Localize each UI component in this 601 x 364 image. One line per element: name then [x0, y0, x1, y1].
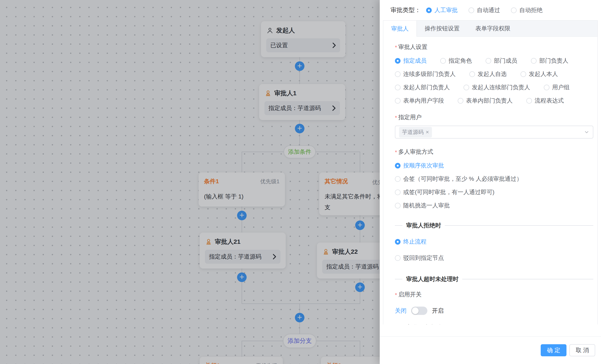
radio-label: 按顺序依次审批 — [403, 162, 444, 170]
radio-label: 或签(可同时审批，有一人通过即可) — [403, 188, 494, 196]
tab-button-settings[interactable]: 操作按钮设置 — [417, 20, 468, 36]
timeout-switch-row: 关闭 开启 — [395, 306, 593, 316]
radio-terminate-process[interactable]: 终止流程 — [395, 238, 427, 246]
radio-circle-icon — [544, 85, 550, 90]
reject-option-return-node: 驳回到指定节点 — [395, 254, 593, 262]
radio-circle-icon — [395, 176, 401, 182]
approval-type-label: 审批类型： — [391, 6, 421, 14]
radio-circle-icon — [526, 98, 532, 104]
multi-approve-option-countersign: 会签（可同时审批，至少 % 人必须审批通过） — [395, 175, 593, 183]
radio-approval-type-auto-pass[interactable]: 自动通过 — [469, 6, 500, 14]
radio-multi-level-dept-leader[interactable]: 连续多级部门负责人 — [395, 70, 456, 78]
field-label: 多人审批方式 — [398, 148, 433, 156]
radio-circle-icon — [511, 8, 517, 13]
divider-line — [445, 225, 593, 226]
radio-label: 发起人本人 — [529, 70, 558, 78]
radio-circle-icon — [531, 58, 537, 64]
radio-label: 部门负责人 — [539, 57, 568, 65]
radio-circle-icon — [395, 190, 401, 195]
radio-label: 流程表达式 — [535, 97, 564, 105]
required-asterisk: * — [395, 291, 397, 299]
assigned-user-label: * 指定用户 — [395, 113, 593, 122]
radio-label: 发起人连续部门负责人 — [472, 83, 530, 91]
timeout-section-title: 审批人超时未处理时 — [406, 275, 459, 283]
radio-starter-dept-leader[interactable]: 发起人部门负责人 — [395, 83, 450, 91]
radio-sequential-approve[interactable]: 按顺序依次审批 — [395, 162, 444, 170]
tab-approver[interactable]: 审批人 — [383, 20, 417, 37]
radio-or-sign[interactable]: 或签(可同时审批，有一人通过即可) — [395, 188, 494, 196]
empty-approver-section-title: 审批人为空时 — [406, 324, 441, 324]
cancel-button[interactable]: 取 消 — [569, 344, 595, 356]
divider-line — [395, 279, 402, 279]
approver-setting-row1: 指定成员 指定角色 部门成员 部门负责人 — [395, 57, 593, 65]
radio-dept-leader[interactable]: 部门负责人 — [531, 57, 568, 65]
switch-on-label: 开启 — [432, 307, 444, 315]
radio-circle-icon — [440, 58, 446, 64]
radio-starter-self[interactable]: 发起人本人 — [521, 70, 558, 78]
radio-label: 终止流程 — [403, 238, 427, 246]
modal-overlay — [0, 0, 380, 364]
confirm-button[interactable]: 确 定 — [541, 344, 566, 356]
radio-label: 用户组 — [552, 83, 570, 91]
approver-setting-row2: 连续多级部门负责人 发起人自选 发起人本人 — [395, 70, 593, 78]
divider-line — [395, 225, 402, 226]
radio-circle-icon — [395, 71, 401, 77]
radio-random-one[interactable]: 随机挑选一人审批 — [395, 202, 450, 210]
radio-circle-icon — [426, 8, 432, 13]
multi-approve-option-orsign: 或签(可同时审批，有一人通过即可) — [395, 188, 593, 196]
radio-form-dept-leader[interactable]: 表单内部门负责人 — [458, 97, 513, 105]
radio-label: 人工审批 — [434, 6, 458, 14]
radio-user-group[interactable]: 用户组 — [544, 83, 570, 91]
assigned-user-select[interactable]: 芋道源码 — [395, 126, 593, 139]
tab-form-field-permission[interactable]: 表单字段权限 — [468, 20, 518, 36]
required-asterisk: * — [395, 43, 397, 51]
radio-label: 随机挑选一人审批 — [403, 202, 450, 210]
radio-circle-icon — [395, 98, 401, 104]
enable-switch-label: * 启用开关 — [395, 290, 593, 299]
empty-approver-section-divider: 审批人为空时 — [395, 323, 593, 324]
radio-assign-member[interactable]: 指定成员 — [395, 57, 427, 65]
radio-label: 指定成员 — [403, 57, 427, 65]
radio-countersign[interactable]: 会签（可同时审批，至少 % 人必须审批通过） — [395, 175, 522, 183]
radio-starter-select[interactable]: 发起人自选 — [469, 70, 507, 78]
radio-circle-icon — [395, 239, 401, 245]
timeout-enable-toggle[interactable] — [411, 307, 427, 315]
chevron-down-icon — [584, 130, 589, 135]
timeout-section-divider: 审批人超时未处理时 — [395, 274, 593, 284]
multi-approve-option-sequential: 按顺序依次审批 — [395, 162, 593, 170]
radio-return-to-node[interactable]: 驳回到指定节点 — [395, 254, 444, 262]
field-label: 审批人设置 — [398, 43, 427, 51]
radio-starter-multi-dept-leader[interactable]: 发起人连续部门负责人 — [463, 83, 530, 91]
radio-process-expression[interactable]: 流程表达式 — [526, 97, 564, 105]
multi-approve-label: * 多人审批方式 — [395, 148, 593, 156]
approver-config-drawer: 审批类型： 人工审批 自动通过 自动拒绝 审批人 操作按钮设置 表单字段权限 *… — [380, 0, 601, 364]
field-label: 启用开关 — [398, 290, 421, 299]
switch-off-label: 关闭 — [395, 307, 407, 315]
radio-assign-role[interactable]: 指定角色 — [440, 57, 472, 65]
user-tag-label: 芋道源码 — [402, 129, 424, 136]
tab-label: 审批人 — [391, 25, 409, 33]
radio-label: 表单内用户字段 — [403, 97, 444, 105]
radio-approval-type-auto-reject[interactable]: 自动拒绝 — [511, 6, 542, 14]
radio-dept-member[interactable]: 部门成员 — [486, 57, 517, 65]
radio-form-user-field[interactable]: 表单内用户字段 — [395, 97, 444, 105]
radio-label: 发起人部门负责人 — [403, 83, 450, 91]
radio-label: 指定角色 — [449, 57, 472, 65]
radio-circle-icon — [469, 8, 474, 13]
radio-circle-icon — [395, 85, 401, 90]
radio-label: 发起人自选 — [478, 70, 507, 78]
radio-approval-type-manual[interactable]: 人工审批 — [426, 6, 458, 14]
tab-label: 操作按钮设置 — [425, 25, 460, 32]
approver-setting-label: * 审批人设置 — [395, 43, 593, 51]
radio-circle-icon — [469, 71, 475, 77]
radio-label: 表单内部门负责人 — [466, 97, 513, 105]
approval-type-row: 审批类型： 人工审批 自动通过 自动拒绝 — [380, 0, 601, 20]
radio-label: 驳回到指定节点 — [403, 254, 444, 262]
radio-circle-icon — [486, 58, 491, 64]
radio-label: 自动拒绝 — [519, 6, 542, 14]
divider-line — [462, 279, 593, 279]
approver-setting-row3: 发起人部门负责人 发起人连续部门负责人 用户组 — [395, 83, 593, 91]
tag-close-icon[interactable] — [426, 131, 429, 134]
radio-circle-icon — [395, 58, 401, 64]
multi-approve-option-random: 随机挑选一人审批 — [395, 201, 593, 210]
